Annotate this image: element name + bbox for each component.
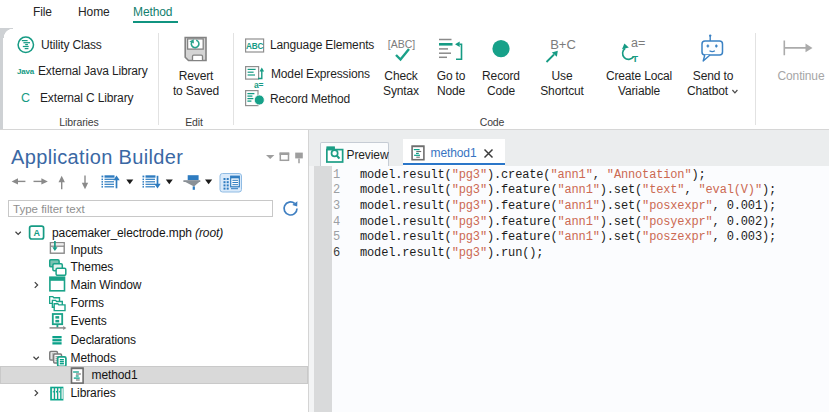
- svg-text:ABC: ABC: [246, 41, 264, 50]
- svg-text:a=: a=: [631, 36, 645, 50]
- svg-text:[ABC]: [ABC]: [388, 38, 416, 50]
- svg-text:T: T: [632, 53, 638, 64]
- svg-text:B+C: B+C: [550, 37, 576, 52]
- svg-text:a=: a=: [254, 80, 264, 89]
- svg-text:A: A: [34, 228, 41, 238]
